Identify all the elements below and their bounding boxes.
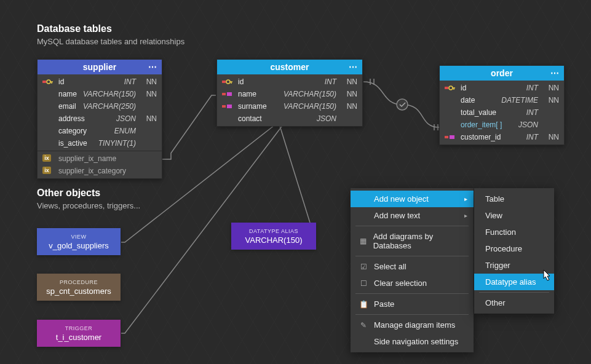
table-menu-icon[interactable]: ⋯ — [349, 62, 357, 72]
column-row[interactable]: is_activeTINYINT(1) — [38, 137, 162, 149]
proc-name: sp_cnt_customers — [46, 287, 111, 296]
column-row[interactable]: emailVARCHAR(250) — [38, 100, 162, 113]
view-name: v_gold_suppliers — [49, 241, 109, 250]
column-row[interactable]: nameVARCHAR(150)NN — [38, 88, 162, 100]
table-header-supplier[interactable]: supplier ⋯ — [38, 60, 162, 74]
table-customer[interactable]: customer ⋯ idINTNNnameVARCHAR(150)NNsurn… — [216, 59, 363, 127]
square-icon: ☐ — [358, 279, 369, 288]
column-name: id — [461, 84, 524, 92]
context-menu[interactable]: Add new object▸Add new text▸▦Add diagram… — [351, 188, 474, 352]
column-row[interactable]: contactJSON — [217, 113, 362, 125]
index-name: supplier_ix_category — [58, 167, 157, 175]
object-procedure[interactable]: PROCEDURE sp_cnt_customers — [37, 274, 121, 301]
column-type: JSON — [116, 114, 140, 123]
primary-key-icon — [222, 78, 233, 85]
foreign-key-icon — [222, 90, 233, 98]
column-row[interactable]: customer_idINTNN — [440, 131, 564, 143]
other-title: Other objects — [37, 188, 140, 199]
alias-label: DATATYPE ALIAS — [249, 228, 298, 234]
object-trigger[interactable]: TRIGGER t_i_customer — [37, 320, 121, 347]
foreign-key-icon — [445, 133, 456, 141]
column-row[interactable]: idINTNN — [38, 76, 162, 88]
menu-item-label: Manage diagram items — [374, 320, 455, 330]
table-title: supplier — [83, 62, 116, 72]
object-datatype-alias[interactable]: DATATYPE ALIAS VARCHAR(150) — [231, 223, 316, 250]
index-icon: ix — [42, 167, 51, 174]
column-row[interactable]: total_valueINT — [440, 106, 564, 119]
svg-point-4 — [397, 99, 408, 110]
svg-rect-14 — [227, 92, 232, 96]
column-name: customer_id — [461, 133, 524, 141]
column-nn: NN — [544, 133, 559, 141]
table-menu-icon[interactable]: ⋯ — [148, 62, 157, 72]
submenu-item-trigger[interactable]: Trigger — [474, 257, 554, 274]
alias-name: VARCHAR(150) — [245, 235, 303, 245]
index-row[interactable]: ixsupplier_ix_name — [38, 152, 162, 165]
column-row[interactable]: idINTNN — [440, 82, 564, 94]
column-row[interactable]: order_item[ ]JSON — [440, 119, 564, 131]
column-icon — [42, 127, 54, 135]
submenu-item-function[interactable]: Function — [474, 224, 554, 240]
context-submenu[interactable]: TableViewFunctionProcedureTriggerDatatyp… — [474, 188, 554, 314]
column-type: INT — [526, 133, 542, 141]
menu-item-label: Side navigation settings — [374, 337, 458, 346]
column-name: date — [461, 96, 499, 105]
submenu-item-label: Procedure — [482, 244, 522, 253]
table-supplier[interactable]: supplier ⋯ idINTNNnameVARCHAR(150)NNemai… — [37, 59, 162, 179]
menu-item-select-all[interactable]: ☑Select all — [351, 258, 474, 275]
column-icon — [42, 115, 54, 122]
menu-item-side-navigation-settings[interactable]: Side navigation settings — [351, 333, 474, 350]
column-icon — [42, 103, 54, 110]
column-nn: NN — [142, 90, 157, 98]
index-row[interactable]: ixsupplier_ix_category — [38, 165, 162, 177]
column-row[interactable]: surnameVARCHAR(150)NN — [217, 100, 362, 113]
column-icon — [42, 140, 54, 147]
column-nn: NN — [544, 84, 559, 92]
foreign-key-icon — [222, 103, 233, 110]
menu-item-clear-selection[interactable]: ☐Clear selection — [351, 275, 474, 291]
menu-item-label: Clear selection — [374, 279, 427, 288]
submenu-item-view[interactable]: View — [474, 207, 554, 224]
column-row[interactable]: dateDATETIMENN — [440, 94, 564, 106]
menu-item-manage-diagram-items[interactable]: ✎Manage diagram items — [351, 317, 474, 333]
svg-rect-16 — [227, 105, 232, 108]
table-order[interactable]: order ⋯ idINTNNdateDATETIMENNtotal_value… — [439, 65, 565, 145]
submenu-item-label: View — [482, 211, 502, 220]
svg-rect-22 — [450, 135, 454, 139]
menu-item-add-new-text[interactable]: Add new text▸ — [351, 207, 474, 224]
check-icon: ☑ — [358, 263, 369, 271]
menu-item-label: Select all — [374, 262, 407, 271]
column-icon — [42, 90, 54, 98]
column-row[interactable]: categoryENUM — [38, 125, 162, 137]
column-type: DATETIME — [501, 96, 542, 105]
column-row[interactable]: nameVARCHAR(150)NN — [217, 88, 362, 100]
menu-item-add-diagrams-by-databases[interactable]: ▦Add diagrams by Databases — [351, 228, 474, 254]
submenu-arrow-icon: ▸ — [464, 212, 467, 219]
column-type: ENUM — [114, 127, 140, 135]
submenu-item-label: Datatype alias — [482, 277, 536, 287]
submenu-item-label: Function — [482, 228, 516, 237]
table-menu-icon[interactable]: ⋯ — [550, 68, 559, 78]
column-name: id — [238, 77, 322, 86]
submenu-item-datatype-alias[interactable]: Datatype alias — [474, 274, 554, 290]
tables-title: Database tables — [37, 23, 184, 34]
object-view[interactable]: VIEW v_gold_suppliers — [37, 228, 121, 255]
column-icon — [445, 109, 456, 116]
column-type: TINYINT(1) — [98, 139, 140, 148]
submenu-item-label: Trigger — [482, 261, 510, 270]
column-row[interactable]: addressJSONNN — [38, 113, 162, 125]
menu-separator — [479, 292, 549, 293]
column-icon — [222, 115, 233, 122]
submenu-item-procedure[interactable]: Procedure — [474, 240, 554, 257]
table-header-order[interactable]: order ⋯ — [440, 66, 564, 81]
primary-key-icon — [42, 78, 54, 85]
proc-label: PROCEDURE — [60, 279, 98, 285]
svg-rect-13 — [222, 93, 226, 95]
menu-item-add-new-object[interactable]: Add new object▸ — [351, 191, 474, 207]
index-icon: ix — [42, 154, 51, 162]
menu-item-paste[interactable]: 📋Paste — [351, 296, 474, 312]
column-row[interactable]: idINTNN — [217, 76, 362, 88]
submenu-item-other[interactable]: Other — [474, 295, 554, 311]
submenu-item-table[interactable]: Table — [474, 191, 554, 207]
table-header-customer[interactable]: customer ⋯ — [217, 60, 362, 74]
